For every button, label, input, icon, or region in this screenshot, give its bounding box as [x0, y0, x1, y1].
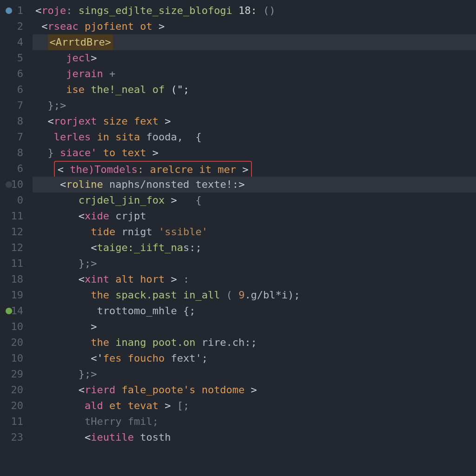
breakpoint-icon[interactable] [6, 7, 12, 14]
gutter-line[interactable]: 14 [0, 303, 33, 319]
code-line[interactable]: tide rnigt 'ssible' [33, 224, 476, 240]
gutter-line[interactable]: 10 [0, 350, 33, 366]
code-line[interactable]: jecl> [33, 50, 476, 66]
gutter-line[interactable]: 20 [0, 398, 33, 414]
gutter-line[interactable]: 6 [0, 66, 33, 82]
gutter-line[interactable]: 20 [0, 382, 33, 398]
code-line-current[interactable]: <roline naphs/nonsted texte!:> [33, 177, 476, 192]
code-line[interactable]: <rierd fale_poote's notdome > [33, 382, 476, 398]
git-added-icon[interactable] [6, 308, 12, 314]
code-line-highlighted[interactable]: <ArrtdBre> [33, 34, 476, 50]
gutter-line[interactable]: 8 [0, 113, 33, 129]
code-line[interactable]: <roje: sings_edjlte_size_blofogi 18: () [33, 3, 476, 19]
code-line[interactable]: } siace' to text > [33, 145, 476, 161]
gutter-line[interactable]: 4 [0, 34, 33, 50]
code-line[interactable]: };> [33, 256, 476, 271]
code-line-boxed[interactable]: < the)Tomdels: arelcre it mer > [33, 161, 476, 177]
code-line[interactable]: <xint alt hort > : [33, 271, 476, 287]
code-line[interactable]: <rorjext size fext > [33, 113, 476, 129]
code-line[interactable]: };> [33, 98, 476, 113]
code-editor: 1 2 4 5 6 6 7 8 7 8 6 10 0 11 12 12 11 1… [0, 0, 476, 476]
code-line[interactable]: lerles in sita fooda, { [33, 129, 476, 145]
gutter-line[interactable]: 0 [0, 192, 33, 208]
code-line[interactable]: <taige:_iift_nas:; [33, 240, 476, 256]
gutter-line[interactable]: 11 [0, 256, 33, 271]
code-line[interactable]: the spack.past in_all ( 9.g/bl*i); [33, 287, 476, 303]
code-line[interactable]: <ieutile tosth [33, 430, 476, 445]
gutter-line[interactable]: 29 [0, 366, 33, 382]
code-line[interactable]: ald et tevat > [; [33, 398, 476, 414]
code-line[interactable]: > [33, 319, 476, 335]
code-line[interactable]: };> [33, 366, 476, 382]
gutter-line[interactable]: 23 [0, 430, 33, 445]
gutter-line[interactable]: 6 [0, 161, 33, 177]
gutter-line[interactable]: 10 [0, 319, 33, 335]
error-highlight-box: < the)Tomdels: arelcre it mer > [54, 161, 252, 178]
code-line[interactable]: tHerry fmil; [33, 414, 476, 430]
gutter-line[interactable]: 10 [0, 177, 33, 192]
gutter-line[interactable]: 8 [0, 145, 33, 161]
gutter-line[interactable]: 11 [0, 414, 33, 430]
gutter-line[interactable]: 11 [0, 208, 33, 224]
marker-icon[interactable] [6, 181, 12, 188]
gutter-line[interactable]: 7 [0, 129, 33, 145]
code-line[interactable]: ise the!_neal of ("; [33, 82, 476, 98]
gutter-line[interactable]: 6 [0, 82, 33, 98]
code-line[interactable]: jerain + [33, 66, 476, 82]
line-number-gutter: 1 2 4 5 6 6 7 8 7 8 6 10 0 11 12 12 11 1… [0, 0, 33, 476]
gutter-line[interactable]: 20 [0, 335, 33, 350]
gutter-line[interactable]: 19 [0, 287, 33, 303]
code-area[interactable]: <roje: sings_edjlte_size_blofogi 18: () … [33, 0, 476, 476]
gutter-line[interactable]: 2 [0, 19, 33, 34]
gutter-line[interactable]: 5 [0, 50, 33, 66]
gutter-line[interactable]: 7 [0, 98, 33, 113]
gutter-line[interactable]: 12 [0, 224, 33, 240]
highlighted-tag: <ArrtdBre> [48, 34, 113, 50]
gutter-line[interactable]: 1 [0, 3, 33, 19]
code-line[interactable]: <'fes foucho fext'; [33, 350, 476, 366]
code-line[interactable]: crjdel_jin_fox > { [33, 192, 476, 208]
gutter-line[interactable]: 12 [0, 240, 33, 256]
code-line[interactable]: the inang poot.on rire.ch:; [33, 335, 476, 350]
gutter-line[interactable]: 18 [0, 271, 33, 287]
code-line[interactable]: <xide crjpt [33, 208, 476, 224]
code-line[interactable]: <rseac pjofient ot > [33, 19, 476, 34]
code-line[interactable]: trottomo_mhle {; [33, 303, 476, 319]
